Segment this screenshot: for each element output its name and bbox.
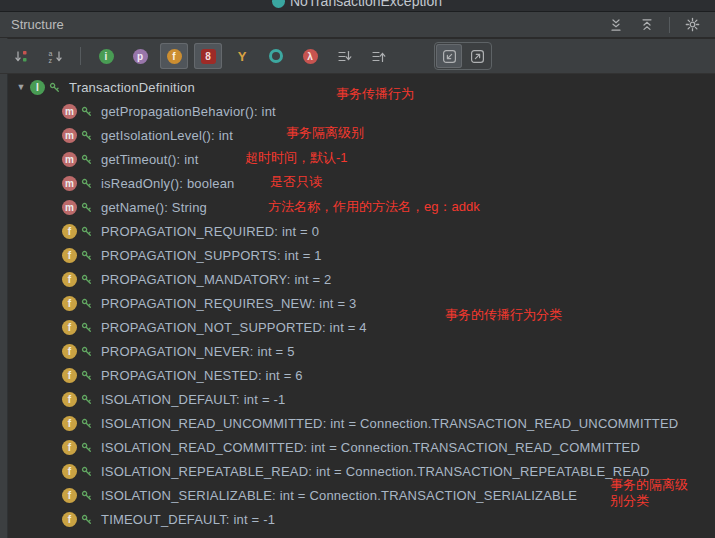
structure-tree: ▼ITransactionDefinitionmgetPropagationBe… [7,75,715,538]
field-icon: f [62,368,77,383]
key-icon [81,226,92,237]
tree-item[interactable]: fISOLATION_SERIALIZABLE: int = Connectio… [7,483,715,507]
method-icon: m [62,128,77,143]
panel-title: Structure [11,17,64,32]
key-icon [81,370,92,381]
tree-item[interactable]: mgetTimeout(): int [7,147,715,171]
method-icon: m [62,104,77,119]
tree-item-label: TIMEOUT_DEFAULT: int = -1 [101,512,275,527]
tree-item[interactable]: fPROPAGATION_NESTED: int = 6 [7,363,715,387]
yellow-y-icon[interactable]: Y [228,43,256,69]
field-icon: f [62,488,77,503]
collapse-all-icon[interactable] [638,16,656,34]
field-icon: f [62,296,77,311]
purple-p-circle-icon[interactable]: p [126,43,154,69]
field-icon: f [62,440,77,455]
field-icon: f [62,248,77,263]
tree-item-label: ISOLATION_DEFAULT: int = -1 [101,392,285,407]
collapse-all-icon[interactable] [364,43,392,69]
key-icon [81,346,92,357]
field-icon: f [62,320,77,335]
key-icon [81,490,92,501]
key-icon [81,466,92,477]
teal-ring-icon[interactable] [262,43,290,69]
tree-item-label: ISOLATION_SERIALIZABLE: int = Connection… [101,488,577,503]
key-icon [81,442,92,453]
tree-item-label: PROPAGATION_SUPPORTS: int = 1 [101,248,322,263]
tree-item-label: isReadOnly(): boolean [101,176,235,191]
field-icon: f [62,224,77,239]
tree-item[interactable]: fISOLATION_DEFAULT: int = -1 [7,387,715,411]
tree-item-label: getIsolationLevel(): int [101,128,233,143]
sort-alphabetically-icon[interactable]: az [41,43,69,69]
field-icon: f [62,272,77,287]
expand-all-icon[interactable] [607,16,625,34]
structure-toolbar: azipf8Yλ [0,39,715,74]
settings-gear-icon[interactable] [683,16,701,34]
key-icon [81,106,92,117]
breadcrumb-class-name[interactable]: NoTransactionException [290,0,442,9]
sort-by-visibility-icon[interactable] [7,43,35,69]
header-separator [669,17,670,33]
tree-item-label: ISOLATION_READ_UNCOMMITTED: int = Connec… [101,416,678,431]
autoscroll-button-group [434,42,492,70]
tree-item[interactable]: fPROPAGATION_NOT_SUPPORTED: int = 4 [7,315,715,339]
tree-item[interactable]: fPROPAGATION_MANDATORY: int = 2 [7,267,715,291]
tree-item-label: PROPAGATION_REQUIRES_NEW: int = 3 [101,296,356,311]
key-icon [81,418,92,429]
tree-item[interactable]: mgetIsolationLevel(): int [7,123,715,147]
tree-item[interactable]: misReadOnly(): boolean [7,171,715,195]
key-icon [49,82,60,93]
green-i-circle-icon[interactable]: i [92,43,120,69]
method-icon: m [62,200,77,215]
structure-tool-window: NoTransactionException Structure azipf8Y… [0,0,715,538]
autoscroll-to-source-icon[interactable] [436,44,462,68]
red-lambda-circle-icon[interactable]: λ [296,43,324,69]
tree-item-label: ISOLATION_READ_COMMITTED: int = Connecti… [101,440,640,455]
tree-item-root[interactable]: ▼ITransactionDefinition [7,75,715,99]
tree-item[interactable]: fTIMEOUT_DEFAULT: int = -1 [7,507,715,531]
tree-item-label: PROPAGATION_NOT_SUPPORTED: int = 4 [101,320,367,335]
key-icon [81,514,92,525]
key-icon [81,154,92,165]
key-icon [81,202,92,213]
key-icon [81,394,92,405]
tree-item[interactable]: fISOLATION_REPEATABLE_READ: int = Connec… [7,459,715,483]
svg-text:a: a [48,49,52,56]
panel-header-actions [607,16,701,34]
tree-item[interactable]: fPROPAGATION_SUPPORTS: int = 1 [7,243,715,267]
tree-item[interactable]: fPROPAGATION_REQUIRED: int = 0 [7,219,715,243]
key-icon [81,130,92,141]
field-icon: f [62,512,77,527]
tree-item-label: PROPAGATION_MANDATORY: int = 2 [101,272,332,287]
tree-item-label: TransactionDefinition [69,80,195,95]
tree-item[interactable]: mgetName(): String [7,195,715,219]
tree-item-label: getTimeout(): int [101,152,199,167]
interface-icon: I [30,80,45,95]
svg-text:z: z [48,57,52,64]
field-icon: f [62,392,77,407]
tree-item-label: PROPAGATION_NEVER: int = 5 [101,344,295,359]
tree-item[interactable]: fISOLATION_READ_UNCOMMITTED: int = Conne… [7,411,715,435]
editor-breadcrumb-bar: NoTransactionException [0,0,715,12]
field-icon: f [62,464,77,479]
key-icon [81,178,92,189]
tree-item-label: getPropagationBehavior(): int [101,104,276,119]
orange-f-circle-icon[interactable]: f [160,43,188,69]
tree-item[interactable]: fPROPAGATION_NEVER: int = 5 [7,339,715,363]
red-8-square-icon[interactable]: 8 [194,43,222,69]
key-icon [81,274,92,285]
class-icon [272,0,285,8]
tree-item-label: PROPAGATION_NESTED: int = 6 [101,368,303,383]
field-icon: f [62,344,77,359]
tree-item[interactable]: fPROPAGATION_REQUIRES_NEW: int = 3 [7,291,715,315]
tree-item[interactable]: mgetPropagationBehavior(): int [7,99,715,123]
method-icon: m [62,152,77,167]
key-icon [81,322,92,333]
method-icon: m [62,176,77,191]
autoscroll-from-source-icon[interactable] [464,44,490,68]
collapse-arrow-icon[interactable]: ▼ [12,82,30,92]
tree-item[interactable]: fISOLATION_READ_COMMITTED: int = Connect… [7,435,715,459]
expand-all-icon[interactable] [330,43,358,69]
key-icon [81,250,92,261]
